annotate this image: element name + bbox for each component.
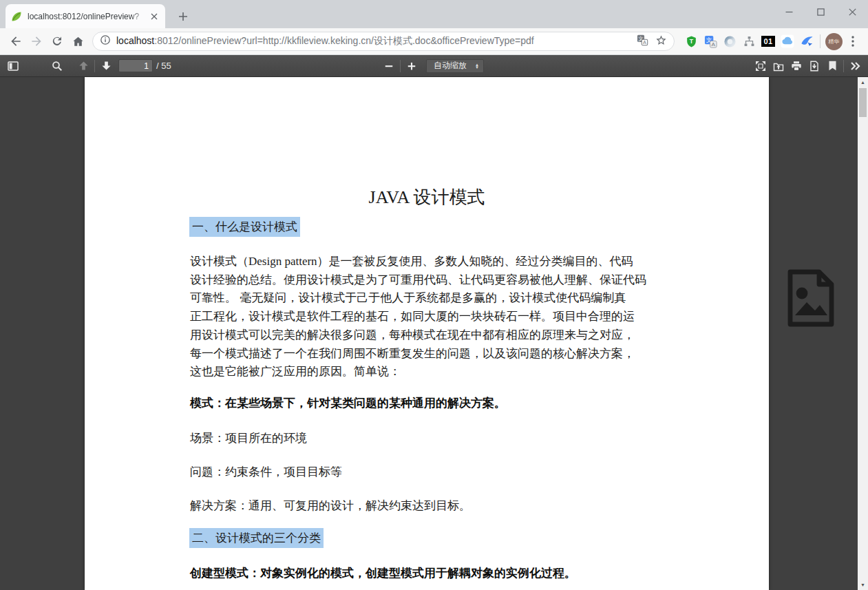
zoom-out-button[interactable] (380, 56, 398, 76)
browser-tab[interactable]: localhost:8012/onlinePreview? (6, 4, 165, 28)
separator (400, 60, 401, 72)
tab-strip: localhost:8012/onlinePreview? (0, 0, 868, 28)
svg-text:T: T (689, 38, 693, 45)
document-title: JAVA 设计模式 (85, 185, 769, 209)
scene-line: 场景：项目所在的环境 (190, 430, 307, 446)
url-text[interactable]: localhost:8012/onlinePreview?url=http://… (116, 35, 630, 48)
browser-toolbar: localhost:8012/onlinePreview?url=http://… (0, 28, 868, 55)
svg-text:A: A (643, 39, 646, 45)
cloud-extension-icon[interactable] (778, 32, 797, 51)
bookmark-star-icon[interactable] (655, 34, 667, 49)
url-path: :8012/onlinePreview?url=http://kkfilevie… (154, 35, 533, 46)
home-button[interactable] (67, 31, 88, 52)
shield-extension-icon[interactable]: T (681, 32, 701, 51)
window-controls (773, 0, 868, 23)
zoom-in-button[interactable] (403, 56, 421, 76)
pattern-definition-line: 模式：在某些场景下，针对某类问题的某种通用的解决方案。 (190, 395, 506, 411)
select-spinner-icon: ▲▼ (475, 63, 479, 69)
document-paragraph: 设计模式（Design pattern）是一套被反复使用、多数人知晓的、经过分类… (190, 253, 672, 381)
page-count-label: / 55 (156, 61, 171, 71)
url-host: localhost (116, 35, 154, 46)
creational-pattern-line: 创建型模式：对象实例化的模式，创建型模式用于解耦对象的实例化过程。 (190, 565, 576, 581)
sidebar-toggle-button[interactable] (4, 56, 22, 76)
separator (843, 60, 844, 72)
download-button[interactable] (805, 56, 823, 76)
maximize-button[interactable] (805, 0, 836, 23)
more-tools-chevron-icon[interactable] (846, 56, 864, 76)
print-button[interactable] (787, 56, 805, 76)
pdf-toolbar: / 55 自动缩放 ▲▼ (0, 55, 868, 77)
paragraph-line: 正工程化，设计模式是软件工程的基石，如同大厦的一块块砖石一样。项目中合理的运 (190, 308, 672, 326)
browser-menu-icon[interactable] (843, 32, 862, 51)
separator (94, 60, 95, 72)
new-tab-button[interactable] (173, 7, 193, 26)
document-heading-2: 二、设计模式的三个分类 (189, 528, 324, 548)
paragraph-line: 可靠性。 毫无疑问，设计模式于己于他人于系统都是多赢的，设计模式使代码编制真 (190, 289, 672, 308)
paragraph-line: 设计模式（Design pattern）是一套被反复使用、多数人知晓的、经过分类… (190, 253, 672, 271)
tab-title: localhost:8012/onlinePreview? (28, 12, 149, 21)
profile-avatar[interactable]: 精华 (824, 32, 843, 51)
scrollbar-thumb[interactable] (859, 88, 867, 117)
next-page-button[interactable] (97, 56, 115, 76)
close-button[interactable] (836, 0, 868, 23)
paragraph-line: 每一个模式描述了一个在我们周围不断重复发生的问题，以及该问题的核心解决方案， (190, 345, 672, 364)
bird-extension-icon[interactable] (797, 32, 816, 51)
forward-button[interactable] (26, 31, 47, 52)
pdf-page: JAVA 设计模式 一、什么是设计模式 设计模式（Design pattern）… (85, 77, 769, 590)
reload-button[interactable] (47, 31, 67, 52)
separator (820, 34, 821, 48)
image-placeholder-icon (783, 268, 838, 328)
paragraph-line: 设计经验的总结。使用设计模式是为了可重用代码、让代码更容易被他人理解、保证代码 (190, 271, 672, 290)
solution-line: 解决方案：通用、可复用的设计，解决约束达到目标。 (190, 498, 471, 514)
problem-line: 问题：约束条件，项目目标等 (190, 464, 342, 480)
paragraph-line: 这也是它能被广泛应用的原因。简单说： (190, 363, 672, 381)
document-heading-1: 一、什么是设计模式 (189, 217, 300, 237)
vertical-scrollbar[interactable]: ▲ ▼ (858, 77, 868, 590)
scrollbar-down-arrow[interactable]: ▼ (858, 580, 868, 590)
back-button[interactable] (6, 31, 26, 52)
browser-window: localhost:8012/onlinePreview? (0, 0, 868, 590)
scrollbar-up-arrow[interactable]: ▲ (858, 77, 868, 87)
search-button[interactable] (48, 56, 66, 76)
tab-close-icon[interactable] (149, 11, 160, 22)
zoom-level-select[interactable]: 自动缩放 ▲▼ (426, 59, 484, 73)
page-info-icon[interactable] (100, 34, 111, 48)
translate-page-icon[interactable]: 文A (637, 34, 648, 49)
zoom-level-label: 自动缩放 (431, 60, 469, 72)
spring-leaf-favicon (11, 11, 22, 22)
address-bar[interactable]: localhost:8012/onlinePreview?url=http://… (92, 32, 675, 51)
presentation-mode-button[interactable] (752, 56, 770, 76)
minimize-button[interactable] (773, 0, 805, 23)
extensions-area: T 文A 01 精华 (681, 32, 862, 51)
proxy-circle-extension-icon[interactable] (720, 32, 739, 51)
01-badge-extension-icon[interactable]: 01 (759, 32, 778, 51)
open-file-button[interactable] (770, 56, 787, 76)
previous-page-button[interactable] (74, 56, 92, 76)
paragraph-line: 用设计模式可以完美的解决很多问题，每种模式在现在中都有相应的原理来与之对应， (190, 326, 672, 345)
svg-text:A: A (711, 41, 715, 47)
page-number-input[interactable] (118, 59, 153, 72)
bookmark-button[interactable] (823, 56, 841, 76)
pdf-viewer-area: JAVA 设计模式 一、什么是设计模式 设计模式（Design pattern）… (0, 77, 868, 590)
sitemap-extension-icon[interactable] (739, 32, 759, 51)
translate-extension-icon[interactable]: 文A (701, 32, 720, 51)
